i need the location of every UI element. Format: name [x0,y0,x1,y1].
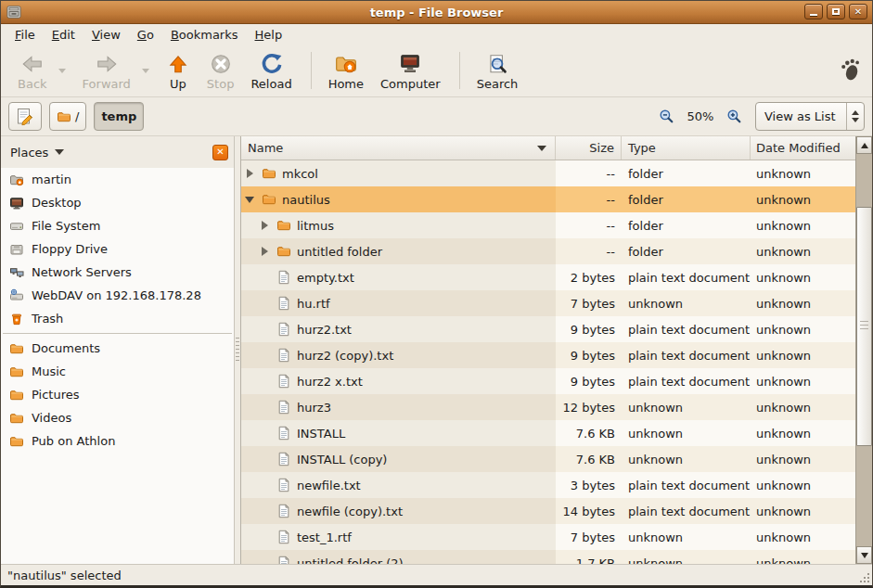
zoom-out-icon[interactable] [659,109,674,124]
sidebar-item-network-servers[interactable]: Network Servers [1,261,234,284]
file-row[interactable]: untitled folder (2)1.7 KBunknownunknown [241,550,856,564]
file-row[interactable]: hurz312 bytesunknownunknown [241,394,856,420]
menu-edit[interactable]: Edit [44,26,83,44]
file-row[interactable]: hurz2 (copy).txt9 bytesplain text docume… [241,342,856,368]
file-row[interactable]: litmus--folderunknown [241,212,856,238]
toolbar-button-label: Stop [207,77,235,91]
file-name-cell: newfile (copy).txt [241,498,556,524]
file-size-cell: -- [556,238,622,264]
view-mode-spinner[interactable] [846,103,864,130]
sidebar-item-martin[interactable]: martin [1,168,234,191]
expander-icon[interactable] [245,168,256,179]
file-row[interactable]: nautilus--folderunknown [241,186,856,212]
file-row[interactable]: INSTALL (copy)7.6 KBunknownunknown [241,446,856,472]
file-row[interactable]: mkcol--folderunknown [241,160,856,186]
close-button[interactable]: ✕ [849,4,867,19]
edit-location-button[interactable] [8,102,42,131]
file-name-cell: empty.txt [241,264,556,290]
sidebar-item-videos[interactable]: Videos [1,406,234,429]
sidebar-item-documents[interactable]: Documents [1,337,234,360]
file-size-cell: 1.7 KB [556,550,622,564]
expander-icon[interactable] [260,246,271,257]
file-name: empty.txt [297,271,354,285]
forward-dropdown-icon[interactable] [142,69,149,73]
file-row[interactable]: untitled folder--folderunknown [241,238,856,264]
sidebar-item-pub-on-athlon[interactable]: Pub on Athlon [1,429,234,453]
file-type-cell: folder [622,186,751,212]
titlebar[interactable]: temp - File Browser ✕ [1,1,872,24]
text-file-icon [276,556,291,564]
root-path-button[interactable]: / [49,102,86,131]
file-date-cell: unknown [751,160,856,186]
sidebar-item-desktop[interactable]: Desktop [1,191,234,214]
resize-grip[interactable] [859,572,870,583]
file-type-cell: plain text document [622,472,751,498]
expander-icon[interactable] [260,220,271,231]
file-row[interactable]: INSTALL7.6 KBunknownunknown [241,420,856,446]
menu-bookmarks[interactable]: Bookmarks [162,26,247,44]
maximize-button[interactable] [827,4,845,19]
toolbar-separator [459,52,460,89]
minimize-button[interactable] [804,4,823,19]
home-icon [334,52,358,76]
sidebar-item-music[interactable]: Music [1,360,234,383]
current-folder-button[interactable]: temp [94,102,144,131]
column-header-date-modified[interactable]: Date Modified [751,136,856,160]
file-name: hurz2 (copy).txt [297,349,393,363]
home-button[interactable]: Home [321,49,371,93]
computer-button[interactable]: Computer [373,49,448,93]
sidebar-item-label: Pictures [32,388,79,402]
column-header-name[interactable]: Name [241,136,556,160]
file-row[interactable]: newfile.txt3 bytesplain text documentunk… [241,472,856,498]
back-button[interactable]: Back [10,49,55,93]
text-file-icon [276,322,291,337]
file-name: nautilus [282,193,330,207]
sidebar-item-file-system[interactable]: File System [1,214,234,237]
scroll-up-button[interactable] [856,136,872,154]
view-mode-select[interactable]: View as List [755,102,865,131]
sidebar-close-button[interactable]: ✕ [212,145,228,160]
up-button[interactable]: Up [159,49,198,93]
forward-button[interactable]: Forward [75,49,138,93]
file-row[interactable]: test_1.rtf7 bytesunknownunknown [241,524,856,550]
file-type-cell: folder [622,212,751,238]
file-date-cell: unknown [751,498,856,524]
sidebar-item-trash[interactable]: Trash [1,307,234,330]
menu-go[interactable]: Go [129,26,162,44]
sidebar-item-webdav-on-192-168-178-28[interactable]: WebDAV on 192.168.178.28 [1,284,234,307]
file-name-cell: INSTALL [241,420,556,446]
file-name-cell: hurz2 x.txt [241,368,556,394]
zoom-in-icon[interactable] [726,109,742,124]
file-type-cell: unknown [622,420,751,446]
file-row[interactable]: newfile (copy).txt14 bytesplain text doc… [241,498,856,524]
search-button[interactable]: Search [469,49,526,93]
stop-button[interactable]: Stop [199,49,242,93]
file-size-cell: 2 bytes [556,264,622,290]
text-file-icon [276,452,291,467]
file-row[interactable]: hurz2 x.txt9 bytesplain text documentunk… [241,368,856,394]
file-browser-window: temp - File Browser ✕ FileEditViewGoBook… [0,0,873,588]
file-name-cell: untitled folder (2) [241,550,556,564]
column-header-size[interactable]: Size [556,136,622,160]
menu-help[interactable]: Help [247,26,291,44]
file-row[interactable]: empty.txt2 bytesplain text documentunkno… [241,264,856,290]
expander-icon[interactable] [245,194,256,205]
menu-file[interactable]: File [6,26,44,44]
column-header-type[interactable]: Type [622,136,751,160]
file-row[interactable]: hurz2.txt9 bytesplain text documentunkno… [241,316,856,342]
file-row[interactable]: hu.rtf7 bytesunknownunknown [241,290,856,316]
vertical-scrollbar[interactable] [855,136,872,564]
sidebar-item-pictures[interactable]: Pictures [1,383,234,406]
scrollbar-thumb[interactable] [856,207,872,446]
back-dropdown-icon[interactable] [58,69,66,73]
file-type-cell: plain text document [622,368,751,394]
file-size-cell: 3 bytes [556,472,622,498]
sidebar-item-floppy-drive[interactable]: Floppy Drive [1,237,234,261]
scroll-down-button[interactable] [856,546,872,564]
places-dropdown[interactable]: Places [10,146,48,160]
toolbar-button-label: Home [328,77,364,91]
file-date-cell: unknown [751,446,856,472]
text-file-icon [276,400,291,415]
reload-button[interactable]: Reload [243,49,299,93]
menu-view[interactable]: View [83,26,129,44]
